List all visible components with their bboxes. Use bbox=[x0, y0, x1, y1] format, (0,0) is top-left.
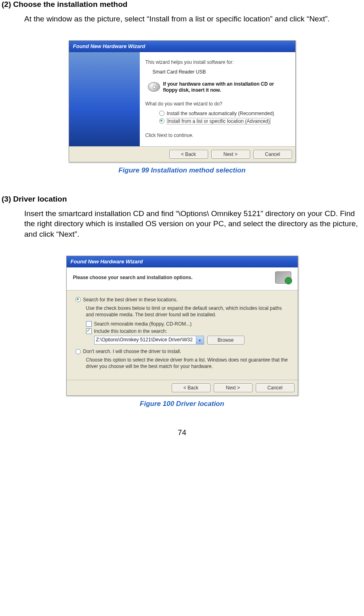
page-number: 74 bbox=[0, 428, 364, 437]
radio-icon bbox=[76, 297, 81, 302]
figure-99-caption: Figure 99 Installation method selection bbox=[0, 166, 364, 174]
radio-install-automatically[interactable]: Install the software automatically (Reco… bbox=[159, 111, 289, 116]
back-button[interactable]: < Back bbox=[172, 383, 210, 392]
radio-icon bbox=[76, 349, 81, 354]
window-titlebar: Found New Hardware Wizard bbox=[69, 41, 295, 52]
section-2-body: At the window as the picture, select “In… bbox=[0, 14, 364, 24]
wizard-window-2: Found New Hardware Wizard Please choose … bbox=[66, 256, 298, 396]
section-3-heading: (3) Driver location bbox=[0, 195, 364, 204]
section-3-body: Insert the smartcard installation CD and… bbox=[0, 208, 364, 240]
checkbox-removable-media[interactable]: Search removable media (floppy, CD-ROM..… bbox=[86, 321, 290, 327]
figure-100-caption: Figure 100 Driver location bbox=[0, 400, 364, 408]
section-2-heading: (2) Choose the installation method bbox=[0, 0, 364, 9]
checkbox-label: Include this location in the search: bbox=[94, 328, 167, 334]
search-help-text: Use the check boxes below to limit or ex… bbox=[86, 305, 290, 318]
checkbox-icon bbox=[86, 328, 92, 334]
wizard-button-bar: < Back Next > Cancel bbox=[67, 380, 298, 395]
dont-search-help-text: Choose this option to select the device … bbox=[86, 357, 290, 370]
figure-99: Found New Hardware Wizard This wizard he… bbox=[0, 40, 364, 162]
checkbox-label: Search removable media (floppy, CD-ROM..… bbox=[94, 321, 192, 327]
cd-icon bbox=[148, 82, 160, 92]
wizard-header-panel: Please choose your search and installati… bbox=[67, 267, 298, 290]
checkbox-include-location[interactable]: Include this location in the search: bbox=[86, 328, 290, 334]
click-next-text: Click Next to continue. bbox=[145, 132, 289, 138]
wizard-window-1: Found New Hardware Wizard This wizard he… bbox=[69, 40, 296, 162]
window-titlebar: Found New Hardware Wizard bbox=[67, 256, 298, 267]
wizard-question: What do you want the wizard to do? bbox=[145, 101, 289, 107]
radio-dont-search[interactable]: Don't search. I will choose the driver t… bbox=[76, 349, 290, 354]
device-name: Smart Card Reader USB bbox=[153, 69, 289, 75]
wizard-header-text: Please choose your search and installati… bbox=[73, 275, 193, 280]
radio-search-locations[interactable]: Search for the best driver in these loca… bbox=[76, 297, 290, 303]
location-path-select[interactable]: Z:\Options\Omnikey 5121\Device Driver\W3… bbox=[94, 336, 204, 345]
wizard-sidebar-graphic bbox=[69, 52, 140, 146]
radio-install-from-list[interactable]: Install from a list or specific location… bbox=[159, 118, 289, 124]
cancel-button[interactable]: Cancel bbox=[256, 383, 295, 392]
radio-icon bbox=[159, 118, 164, 124]
radio-label: Install the software automatically (Reco… bbox=[167, 111, 274, 116]
radio-label: Don't search. I will choose the driver t… bbox=[83, 349, 181, 354]
cancel-button[interactable]: Cancel bbox=[253, 150, 292, 159]
radio-label: Install from a list or specific location… bbox=[167, 118, 271, 124]
dropdown-arrow-icon: ▾ bbox=[196, 336, 204, 344]
location-path-value: Z:\Options\Omnikey 5121\Device Driver\W3… bbox=[95, 336, 196, 344]
browse-button[interactable]: Browse bbox=[207, 336, 244, 345]
next-button[interactable]: Next > bbox=[214, 383, 252, 392]
cd-instruction-text: If your hardware came with an installati… bbox=[163, 81, 289, 94]
wizard-button-bar: < Back Next > Cancel bbox=[69, 146, 295, 162]
radio-icon bbox=[159, 111, 164, 116]
figure-100: Found New Hardware Wizard Please choose … bbox=[0, 256, 364, 396]
radio-label: Search for the best driver in these loca… bbox=[83, 297, 178, 303]
hardware-icon bbox=[275, 271, 291, 284]
wizard-intro-text: This wizard helps you install software f… bbox=[145, 59, 289, 65]
checkbox-icon bbox=[86, 321, 92, 327]
back-button[interactable]: < Back bbox=[169, 150, 208, 159]
next-button[interactable]: Next > bbox=[211, 150, 250, 159]
